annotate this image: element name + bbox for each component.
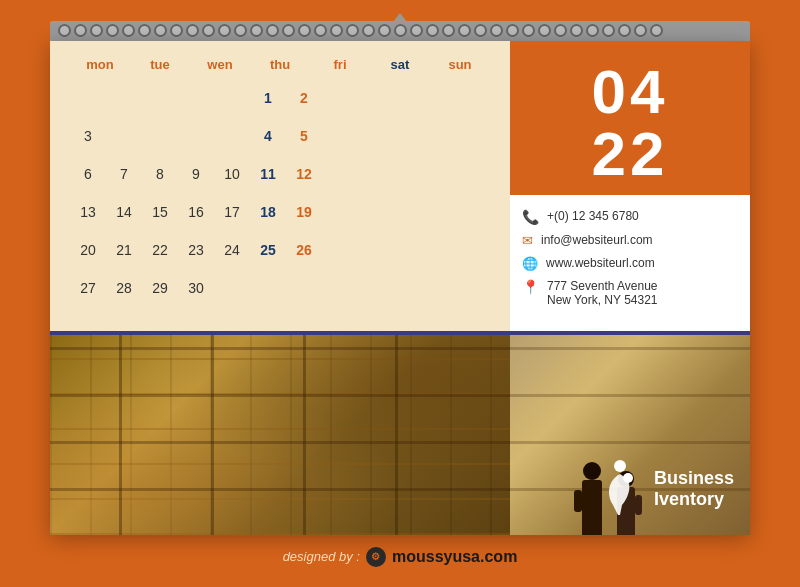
- calendar-day: [178, 118, 214, 154]
- svg-point-1: [623, 473, 633, 483]
- calendar-day: 14: [106, 194, 142, 230]
- calendar-day: [142, 80, 178, 116]
- year-number: 22: [592, 123, 669, 185]
- phone-number: +(0) 12 345 6780: [547, 209, 639, 223]
- calendar-day: 28: [106, 270, 142, 306]
- website-url: www.websiteurl.com: [546, 256, 655, 270]
- calendar-grid: 1234567891011121314151617181920212223242…: [70, 80, 490, 306]
- calendar-day: [142, 118, 178, 154]
- calendar-day: 2: [286, 80, 322, 116]
- day-mon: mon: [82, 57, 118, 72]
- calendar-day: 29: [142, 270, 178, 306]
- calendar-day: 18: [250, 194, 286, 230]
- calendar-day: 1: [250, 80, 286, 116]
- calendar-day: 11: [250, 156, 286, 192]
- spiral-binding: [50, 21, 750, 41]
- calendar-day: 10: [214, 156, 250, 192]
- calendar-day: 22: [142, 232, 178, 268]
- logo-overlay: Business Iventory: [596, 459, 734, 519]
- calendar-day: 16: [178, 194, 214, 230]
- calendar-day: [250, 270, 286, 306]
- calendar-day: 9: [178, 156, 214, 192]
- warehouse-image-left: [50, 335, 510, 535]
- svg-point-0: [614, 460, 626, 472]
- footer-designed-label: designed by :: [283, 549, 360, 564]
- phone-icon: 📞: [522, 209, 539, 225]
- calendar-day: [106, 118, 142, 154]
- calendar-day: 8: [142, 156, 178, 192]
- day-sun: sun: [442, 57, 478, 72]
- calendar-day: 24: [214, 232, 250, 268]
- day-tue: tue: [142, 57, 178, 72]
- footer-site-url: moussyusa.com: [392, 548, 517, 566]
- day-wen: wen: [202, 57, 238, 72]
- address-text: 777 Seventh Avenue New York, NY 54321: [547, 279, 658, 307]
- calendar-day: 26: [286, 232, 322, 268]
- calendar-day: 5: [286, 118, 322, 154]
- info-panel: 04 22 📞 +(0) 12 345 6780 ✉ info@websiteu…: [510, 41, 750, 331]
- calendar-page: mon tue wen thu fri sat sun 123456789101…: [50, 41, 750, 535]
- bottom-image-section: Business Iventory: [50, 335, 750, 535]
- calendar-day: 4: [250, 118, 286, 154]
- phone-contact: 📞 +(0) 12 345 6780: [522, 209, 738, 225]
- logo-icon: [596, 459, 646, 519]
- calendar-day: [214, 80, 250, 116]
- calendar-day: [70, 80, 106, 116]
- calendar-day: 23: [178, 232, 214, 268]
- calendar-day: [214, 118, 250, 154]
- footer-logo-icon: ⚙: [366, 547, 386, 567]
- day-sat: sat: [382, 57, 418, 72]
- calendar-day: 13: [70, 194, 106, 230]
- calendar-day: 12: [286, 156, 322, 192]
- month-year-box: 04 22: [510, 41, 750, 195]
- calendar-day: 6: [70, 156, 106, 192]
- contact-area: 📞 +(0) 12 345 6780 ✉ info@websiteurl.com…: [510, 195, 750, 331]
- website-contact: 🌐 www.websiteurl.com: [522, 256, 738, 271]
- calendar-day: 25: [250, 232, 286, 268]
- calendar-day: [214, 270, 250, 306]
- logo-text: Business Iventory: [654, 468, 734, 510]
- calendar-day: 19: [286, 194, 322, 230]
- month-number: 04: [592, 61, 669, 123]
- footer: designed by : ⚙ moussyusa.com: [283, 547, 518, 567]
- calendar-day: 15: [142, 194, 178, 230]
- calendar-area: mon tue wen thu fri sat sun 123456789101…: [50, 41, 510, 331]
- address-contact: 📍 777 Seventh Avenue New York, NY 54321: [522, 279, 738, 307]
- email-address: info@websiteurl.com: [541, 233, 653, 247]
- email-contact: ✉ info@websiteurl.com: [522, 233, 738, 248]
- calendar-day: [178, 80, 214, 116]
- calendar-day: 30: [178, 270, 214, 306]
- calendar-day: 17: [214, 194, 250, 230]
- day-headers: mon tue wen thu fri sat sun: [70, 57, 490, 72]
- calendar-day: [286, 270, 322, 306]
- globe-icon: 🌐: [522, 256, 538, 271]
- email-icon: ✉: [522, 233, 533, 248]
- calendar-day: 3: [70, 118, 106, 154]
- calendar-day: 20: [70, 232, 106, 268]
- calendar-day: [106, 80, 142, 116]
- warehouse-image-right: Business Iventory: [510, 335, 750, 535]
- day-thu: thu: [262, 57, 298, 72]
- calendar-day: 7: [106, 156, 142, 192]
- calendar-day: 27: [70, 270, 106, 306]
- calendar-day: 21: [106, 232, 142, 268]
- location-icon: 📍: [522, 279, 539, 295]
- day-fri: fri: [322, 57, 358, 72]
